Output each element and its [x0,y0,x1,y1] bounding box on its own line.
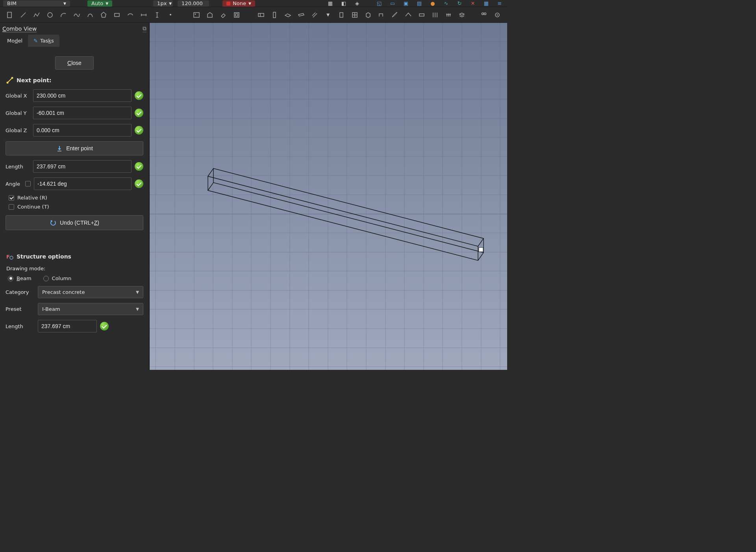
structure-title: Structure options [17,253,71,260]
swatch-icon[interactable]: ▦ [482,0,491,7]
beam-radio[interactable] [8,276,13,281]
list-icon[interactable]: ≡ [495,0,504,7]
undock-icon[interactable]: ⧉ [143,25,146,32]
angle-label: Angle [6,181,22,187]
window-icon[interactable] [350,11,359,19]
bspline-icon[interactable] [72,11,81,19]
tab-model-label: Model [7,38,22,44]
wp-icon[interactable]: ◧ [339,0,348,7]
svg-marker-83 [208,168,484,246]
svg-rect-24 [419,14,424,16]
layers-icon[interactable] [458,11,466,19]
close-button[interactable]: Close [55,56,94,70]
next-point-title: Next point: [17,77,52,83]
dim-h-icon[interactable] [139,11,148,19]
svg-point-44 [10,256,13,259]
chevron-down-icon: ▼ [136,307,139,311]
beam-icon[interactable] [297,11,306,19]
enter-point-icon [56,145,63,151]
scale-input[interactable]: 120.000 [178,0,209,7]
roof-icon[interactable] [404,11,413,19]
box-icon[interactable]: ◱ [375,0,384,7]
chevron-down-icon[interactable]: ▼ [324,11,332,19]
bezier-icon[interactable] [86,11,94,19]
svg-marker-84 [208,183,484,260]
cube-icon[interactable]: ▣ [402,0,410,7]
section-structure: F Structure options [6,253,143,260]
stack-icon[interactable]: ▤ [415,0,424,7]
chevron-down-icon: ▼ [136,290,139,294]
tab-tasks[interactable]: ✎ Tasks [28,35,59,47]
wave-icon[interactable]: ∿ [442,0,450,7]
bars-icon[interactable] [431,11,439,19]
rect-icon[interactable]: ▭ [388,0,397,7]
panel-icon[interactable] [417,11,426,19]
line-width-label: 1px [157,0,167,6]
eraser-icon[interactable] [219,11,228,19]
column-radio[interactable] [43,276,49,281]
polygon-icon[interactable] [99,11,108,19]
svg-rect-4 [115,13,119,17]
scale-value: 120.000 [182,0,203,6]
grid-icon[interactable]: ▦ [326,0,335,7]
length-input[interactable] [33,160,132,173]
dim-v-icon[interactable] [153,11,161,19]
relative-checkbox[interactable] [9,195,14,201]
layer-pill[interactable]: None ▼ [222,0,255,7]
stairs-icon[interactable] [391,11,399,19]
column-icon[interactable] [270,11,279,19]
fence-icon[interactable] [444,11,453,19]
preset-select[interactable]: I-Beam ▼ [38,303,143,315]
enter-point-button[interactable]: Enter point [6,141,143,155]
3d-viewport[interactable] [150,23,507,370]
box3d-icon[interactable] [364,11,372,19]
polyline-icon[interactable] [32,11,41,19]
struct-length-input[interactable] [38,320,97,332]
ellipse-arc-icon[interactable] [126,11,135,19]
door-icon[interactable] [337,11,346,19]
arc-icon[interactable] [59,11,68,19]
rectangle-icon[interactable] [113,11,121,19]
slab-icon[interactable] [284,11,292,19]
global-y-label: Global Y [6,110,30,116]
svg-point-12 [195,13,196,15]
svg-rect-15 [258,13,264,17]
svg-point-32 [482,13,484,15]
category-select[interactable]: Precast concrete ▼ [38,286,143,298]
add-icon[interactable]: ✕ [469,0,477,7]
global-y-input[interactable] [33,107,132,119]
pipe-icon[interactable] [377,11,386,19]
line-width-selector[interactable]: 1px ▼ [153,0,173,7]
people-icon[interactable] [480,11,488,19]
image-icon[interactable] [192,11,201,19]
right-icons: ◱ ▭ ▣ ▤ ● ∿ ↻ ✕ ▦ ≡ [375,0,504,7]
point-icon[interactable]: • [166,11,175,19]
continue-checkbox[interactable] [9,204,14,210]
dot-icon[interactable]: ● [428,0,437,7]
hatch-icon[interactable] [310,11,319,19]
tab-model[interactable]: Model [2,35,28,47]
auto-mode-pill[interactable]: Auto ▼ [87,0,112,7]
preset-value: I-Beam [42,306,60,312]
circle-icon[interactable] [46,11,54,19]
line-icon[interactable] [19,11,28,19]
settings-icon[interactable] [493,11,502,19]
global-x-input[interactable] [33,89,132,102]
frame-icon[interactable] [232,11,241,19]
check-icon [135,109,143,117]
workbench-name: BIM [7,0,17,6]
building-icon[interactable] [206,11,214,19]
angle-input[interactable] [34,177,132,190]
angle-lock-checkbox[interactable] [25,181,31,186]
global-z-input[interactable] [33,124,132,137]
check-icon [135,126,143,135]
workbench-selector[interactable]: BIM ▼ [3,0,70,7]
undo-button[interactable]: Undo (CTRL+Z) [6,215,143,230]
endpoint-handle[interactable] [479,247,483,252]
snap-icon[interactable]: ◈ [353,0,361,7]
tab-tasks-label: Tasks [40,38,54,44]
refresh-icon[interactable]: ↻ [455,0,464,7]
wall-icon[interactable] [257,11,265,19]
sheet-icon[interactable] [6,11,14,19]
global-x-label: Global X [6,93,30,99]
